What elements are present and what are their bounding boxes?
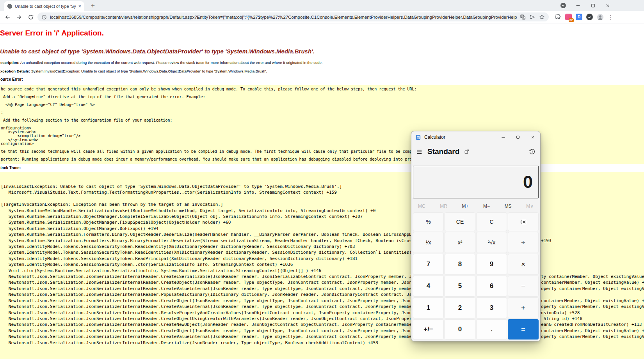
memory-add-button[interactable]: M+ [462, 203, 468, 209]
calc-minimize-button[interactable] [496, 131, 511, 143]
clear-button[interactable]: C [476, 212, 507, 231]
omnibox-actions [520, 14, 545, 20]
digit-6-button[interactable]: 6 [476, 276, 507, 297]
stack-trace-line: Newtonsoft.Json.Serialization.JsonSerial… [1, 310, 644, 316]
calc-mode-title: Standard [427, 147, 459, 156]
stack-trace-line: System.IdentityModel.Tokens.SessionSecur… [1, 256, 644, 262]
stack-trace-line: Microsoft.VisualStudio.Text.Formatting.T… [1, 189, 644, 195]
calculator-titlebar[interactable]: Calculator [411, 131, 540, 143]
divide-button[interactable]: ÷ [508, 232, 539, 253]
bookmark-star-icon[interactable] [539, 14, 545, 20]
stack-trace-line: [InvalidCastException: Unable to cast ob… [1, 184, 644, 189]
percent-button[interactable]: % [413, 212, 444, 231]
calculator-window: Calculator Standard [411, 131, 541, 341]
digit-2-button[interactable]: 2 [445, 297, 475, 318]
square-button[interactable]: x² [445, 232, 475, 253]
source-line: te that this second technique will cause… [1, 150, 644, 154]
digit-8-button[interactable]: 8 [445, 254, 475, 275]
source-line [1, 122, 644, 126]
digit-3-button[interactable]: 3 [476, 297, 507, 318]
calc-maximize-button[interactable] [511, 131, 525, 143]
extension-dark-icon[interactable] [586, 14, 593, 20]
source-line [1, 107, 644, 111]
calc-close-button[interactable] [525, 131, 540, 143]
stack-trace-box: [InvalidCastException: Unable to cast ob… [0, 172, 644, 359]
site-info-icon[interactable] [41, 14, 47, 20]
source-error-box: he source code that generated this unhan… [0, 85, 644, 164]
browser-menu-kebab-icon[interactable]: ⋮ [608, 14, 614, 21]
error-page: Server Error in '/' Application. Unable … [0, 24, 644, 359]
stack-trace-line: Newtonsoft.Json.Serialization.JsonSerial… [1, 274, 644, 279]
stack-trace-line: System.IdentityModel.Tokens.SessionSecur… [1, 262, 644, 267]
negate-button[interactable]: +/− [413, 319, 444, 340]
calc-display-value: 0 [523, 172, 533, 192]
memory-recall-button[interactable]: MR [440, 203, 447, 209]
source-line: <compilation debug="true"/> [1, 134, 644, 138]
digit-1-button[interactable]: 1 [413, 297, 444, 318]
source-line: configuration> [1, 142, 644, 146]
stack-trace-line: Newtonsoft.Json.Serialization.JsonSerial… [1, 298, 644, 304]
clear-entry-button[interactable]: CE [445, 212, 475, 231]
window-close-button[interactable] [602, 0, 614, 11]
share-icon[interactable] [530, 14, 535, 20]
decimal-button[interactable]: . [476, 319, 507, 340]
add-button[interactable]: + [508, 297, 539, 318]
extension-icon[interactable]: 32 [565, 14, 572, 20]
subtract-button[interactable]: − [508, 276, 539, 297]
keep-on-top-icon[interactable] [464, 149, 470, 154]
reload-icon[interactable] [26, 12, 36, 22]
stack-trace-line: System.Runtime.Serialization.Formatters.… [1, 238, 644, 244]
multiply-button[interactable]: × [508, 254, 539, 275]
hamburger-menu-icon[interactable] [416, 149, 423, 155]
digit-9-button[interactable]: 9 [476, 254, 507, 275]
backspace-button[interactable] [508, 212, 539, 231]
source-line: Add the following section to the configu… [1, 118, 644, 122]
description-paragraph: escription: An unhandled exception occur… [0, 60, 644, 65]
translate-icon[interactable] [520, 14, 526, 20]
stack-trace-line: Newtonsoft.Json.Serialization.JsonSerial… [1, 328, 644, 334]
memory-row: MC MR M+ M− MS M∨ [411, 201, 540, 212]
digit-4-button[interactable]: 4 [413, 276, 444, 297]
tab-search-icon[interactable] [557, 0, 569, 11]
calculator-window-title: Calculator [424, 134, 445, 140]
stack-trace-line: Newtonsoft.Json.Serialization.JsonSerial… [1, 334, 644, 340]
digit-5-button[interactable]: 5 [445, 276, 475, 297]
browser-tab[interactable]: Unable to cast object of type 'Sy... × [4, 1, 84, 11]
backspace-icon [520, 219, 527, 225]
window-maximize-button[interactable] [587, 0, 599, 11]
memory-subtract-button[interactable]: M− [483, 203, 490, 209]
stack-trace-line: System.Runtime.Serialization.ObjectManag… [1, 226, 644, 232]
forward-icon[interactable] [14, 12, 24, 22]
stack-trace-line: System.Runtime.Serialization.Formatters.… [1, 232, 644, 237]
source-error-heading: ource Error: [0, 77, 644, 81]
window-minimize-button[interactable] [572, 0, 584, 11]
stack-trace-line: Newtonsoft.Json.Serialization.JsonSerial… [1, 279, 644, 285]
memory-store-button[interactable]: MS [505, 203, 512, 209]
digit-0-button[interactable]: 0 [445, 319, 475, 340]
profile-avatar[interactable] [597, 14, 604, 21]
history-icon[interactable] [529, 149, 535, 155]
digit-7-button[interactable]: 7 [413, 254, 444, 275]
exception-details-text: System.InvalidCastException: Unable to c… [31, 69, 267, 73]
extensions-puzzle-icon[interactable] [555, 14, 561, 20]
square-root-button[interactable]: ²√x [476, 232, 507, 253]
source-line: portant: Running applications in debug m… [1, 157, 644, 161]
description-label: escription: [0, 60, 20, 65]
calc-keypad: % CE C ¹⁄x x² ²√x ÷ 7 8 9 × 4 5 6 − 1 2 … [411, 212, 540, 341]
tab-favicon [7, 4, 12, 9]
extension-d-icon[interactable]: D [576, 14, 582, 20]
reciprocal-button[interactable]: ¹⁄x [413, 232, 444, 253]
toolbar-extensions-area: 32 D ⋮ [555, 14, 614, 21]
memory-clear-button[interactable]: MC [418, 203, 425, 209]
extension-badge: 32 [569, 18, 574, 22]
tab-close-icon[interactable]: × [78, 4, 81, 9]
stack-trace-line: [TargetInvocationException: Exception ha… [1, 202, 644, 207]
back-icon[interactable] [2, 12, 12, 22]
source-line: <%@ Page Language="C#" Debug="true" %> [1, 103, 644, 107]
address-bar[interactable]: localhost:36859/Composite/content/views/… [37, 12, 549, 21]
new-tab-button[interactable]: + [88, 1, 98, 11]
memory-flyout-button[interactable]: M∨ [526, 203, 534, 209]
url-text: localhost:36859/Composite/content/views/… [50, 15, 517, 19]
equals-button[interactable]: = [508, 319, 539, 340]
tab-strip: Unable to cast object of type 'Sy... × + [0, 0, 644, 11]
